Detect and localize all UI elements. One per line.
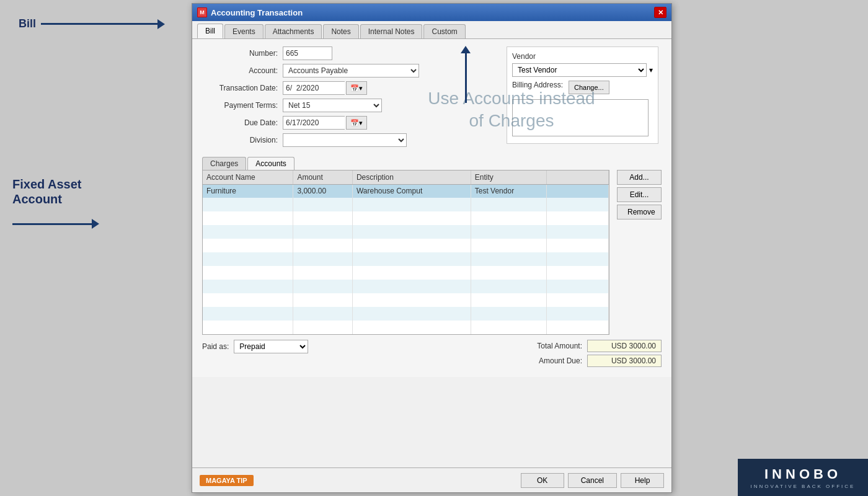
vendor-label: Vendor [512,52,653,61]
titlebar-left: M Accounting Transaction [197,7,303,17]
division-select[interactable] [283,133,407,147]
ok-button[interactable]: OK [521,473,564,488]
bottom-section: Paid as: Prepaid Total Amount: USD 3000.… [202,340,662,370]
table-row [203,239,609,252]
table-row [203,280,609,293]
paid-as-select[interactable]: Prepaid [234,340,308,353]
division-row: Division: [202,133,494,147]
due-date-input[interactable] [283,116,345,130]
fixed-asset-line2: Account [12,192,99,206]
vendor-dropdown-arrow: ▾ [649,66,653,74]
account-row: Account: Accounts Payable [202,64,494,78]
bill-annotation: Bill [19,17,165,30]
fixed-asset-arrow [12,218,99,230]
cell-account-name: Furniture [203,184,293,198]
edit-button[interactable]: Edit... [617,187,662,202]
table-row [203,252,609,266]
cell-entity: Test Vendor [471,184,546,198]
payment-terms-row: Payment Terms: Net 15 [202,99,494,112]
number-input[interactable] [283,46,332,60]
billing-address-textarea[interactable] [512,99,649,136]
number-row: Number: [202,46,494,60]
billing-address-label: Billing Address: [512,81,565,89]
due-date-label: Due Date: [202,118,283,127]
transaction-date-input[interactable] [283,81,345,95]
account-label: Account: [202,66,283,75]
payment-terms-select[interactable]: Net 15 [283,99,382,112]
dialog-title: Accounting Transaction [211,8,303,17]
bill-arrow [41,18,165,30]
subtab-bar: Charges Accounts [202,157,662,170]
subtab-charges[interactable]: Charges [202,157,246,170]
innobo-badge: INNOBO INNOVATIVE BACK OFFICE [738,459,868,496]
vendor-select-row: Test Vendor ▾ [512,63,653,77]
tab-notes[interactable]: Notes [323,24,358,38]
cancel-button[interactable]: Cancel [568,473,617,488]
vendor-section: Vendor Test Vendor ▾ Billing Address: Ch… [507,46,662,151]
table-row [203,321,609,334]
transaction-date-row: Transaction Date: 📅▾ [202,81,494,95]
help-button[interactable]: Help [621,473,664,488]
vendor-box: Vendor Test Vendor ▾ Billing Address: Ch… [507,46,658,144]
total-amount-label: Total Amount: [520,342,582,350]
transaction-date-calendar-btn[interactable]: 📅▾ [346,81,367,95]
tab-bar: Bill Events Attachments Notes Internal N… [192,21,671,39]
remove-button[interactable]: Remove [617,205,662,219]
totals-section: Total Amount: USD 3000.00 Amount Due: US… [520,340,662,370]
table-row [203,225,609,239]
division-label: Division: [202,136,283,144]
subtab-accounts[interactable]: Accounts [247,157,294,170]
col-entity: Entity [471,170,546,184]
dialog-content: Number: Account: Accounts Payable Transa… [192,39,671,377]
col-description: Description [352,170,471,184]
paid-as-label: Paid as: [202,342,229,351]
amount-due-row: Amount Due: USD 3000.00 [520,355,662,367]
dialog-window: M Accounting Transaction ✕ Bill Events A… [192,3,672,493]
due-date-row: Due Date: 📅▾ [202,116,494,130]
add-button[interactable]: Add... [617,170,662,185]
due-date-field: 📅▾ [283,116,367,130]
table-row [203,198,609,211]
amount-due-value: USD 3000.00 [587,355,662,367]
bill-annotation-label: Bill [19,17,36,30]
accounts-table-section: Account Name Amount Description Entity F… [202,170,662,335]
table-row [203,307,609,321]
table-header-row: Account Name Amount Description Entity [203,170,609,184]
table-row[interactable]: Furniture 3,000.00 Warehouse Comput Test… [203,184,609,198]
change-button[interactable]: Change... [569,81,609,94]
total-amount-value: USD 3000.00 [587,340,662,352]
tab-bill[interactable]: Bill [197,24,223,38]
form-section: Number: Account: Accounts Payable Transa… [202,46,662,151]
due-date-calendar-btn[interactable]: 📅▾ [346,116,367,130]
side-buttons: Add... Edit... Remove [617,170,662,219]
close-button[interactable]: ✕ [654,7,666,18]
vendor-select[interactable]: Test Vendor [512,63,647,77]
dialog-footer: MAGAYA TIP OK Cancel Help [192,467,671,492]
transaction-date-field: 📅▾ [283,81,367,95]
magaya-tip: MAGAYA TIP [200,475,254,486]
tab-custom[interactable]: Custom [423,24,465,38]
transaction-date-label: Transaction Date: [202,84,283,92]
payment-terms-label: Payment Terms: [202,101,283,110]
paid-as-row: Paid as: Prepaid [202,340,308,353]
number-label: Number: [202,49,283,58]
titlebar-icon: M [197,7,207,17]
tab-events[interactable]: Events [224,24,264,38]
fixed-asset-line1: Fixed Asset [12,177,99,192]
cell-amount: 3,000.00 [293,184,353,198]
cell-description: Warehouse Comput [352,184,471,198]
billing-row: Billing Address: Change... [512,81,653,94]
cell-extra [547,184,609,198]
total-amount-row: Total Amount: USD 3000.00 [520,340,662,352]
account-select[interactable]: Accounts Payable [283,64,419,78]
col-amount: Amount [293,170,353,184]
innobo-title: INNOBO [764,466,841,482]
tab-internal-notes[interactable]: Internal Notes [360,24,423,38]
footer-buttons: OK Cancel Help [521,473,664,488]
tab-attachments[interactable]: Attachments [265,24,322,38]
accounts-table-container: Account Name Amount Description Entity F… [202,170,609,335]
table-row [203,293,609,307]
innobo-subtitle: INNOVATIVE BACK OFFICE [751,484,856,489]
dialog-titlebar: M Accounting Transaction ✕ [192,4,671,21]
table-row [203,211,609,225]
